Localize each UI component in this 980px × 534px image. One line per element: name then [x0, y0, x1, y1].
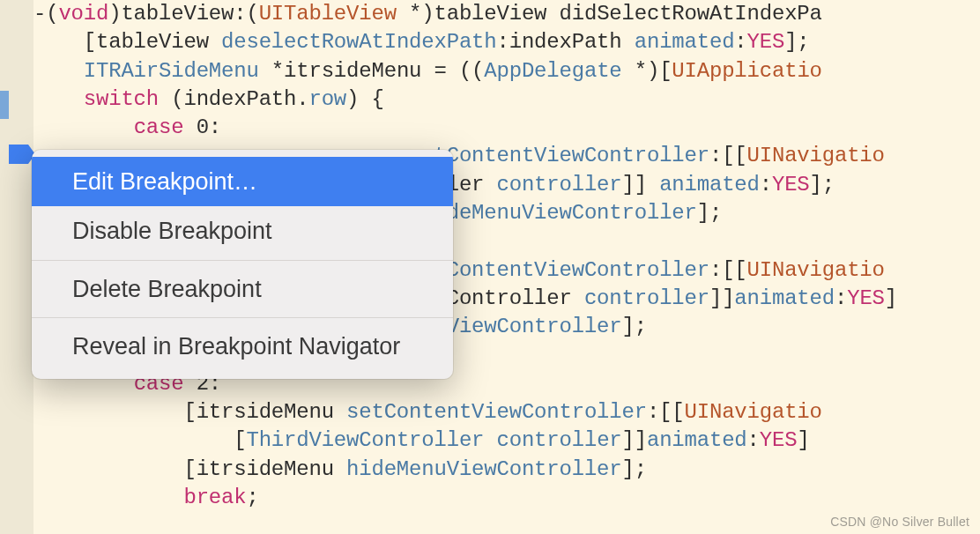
code-text: *)[ [622, 59, 672, 83]
code-text: :[[ [709, 258, 747, 282]
class-name: ITRAirSideMenu [84, 59, 259, 83]
class-name: AppDelegate [484, 59, 621, 83]
breakpoint-context-menu: Edit Breakpoint… Disable Breakpoint Dele… [32, 150, 453, 379]
code-text [33, 87, 84, 111]
code-text: *itrsideMenu = (( [259, 59, 485, 83]
code-text: ]; [810, 173, 835, 197]
keyword-void: void [58, 2, 108, 26]
code-text: ]; [784, 30, 809, 54]
code-text: *)tableView didSelectRowAtIndexPa [397, 2, 822, 26]
code-text: (indexPath. [159, 87, 308, 111]
class-name: UIApplicatio [672, 59, 821, 83]
keyword: case [134, 115, 184, 139]
constant: YES [772, 173, 810, 197]
code-text [33, 486, 183, 509]
gutter [0, 0, 33, 534]
constant: YES [847, 286, 885, 310]
class-name: ThirdViewController [246, 428, 484, 452]
menu-separator [32, 260, 453, 261]
code-text: ) { [346, 87, 384, 111]
code-text: ]] [622, 173, 660, 197]
code-text: ] [885, 286, 897, 310]
selector: setContentViewController [346, 400, 647, 424]
code-text: [itrsideMenu [33, 400, 346, 424]
code-text: Controller [447, 286, 584, 310]
code-text: ]; [697, 201, 722, 225]
code-text: : [747, 428, 760, 452]
selector: hideMenuViewController [346, 457, 621, 481]
menu-item-delete-breakpoint[interactable]: Delete Breakpoint [32, 264, 453, 314]
watermark: CSDN @No Silver Bullet [830, 515, 969, 529]
class-name: UINavigatio [685, 400, 822, 424]
code-text: [tableView [33, 30, 221, 54]
code-text: -( [33, 2, 58, 26]
code-text: ]] [622, 428, 647, 452]
code-text: :[[ [647, 400, 685, 424]
selector: animated [659, 173, 760, 197]
code-text: : [835, 286, 847, 310]
line-highlight [0, 91, 9, 119]
selector: tContentViewController [434, 144, 709, 167]
selector: controller [497, 173, 622, 197]
menu-item-edit-breakpoint[interactable]: Edit Breakpoint… [32, 157, 453, 206]
code-text: [itrsideMenu [33, 457, 346, 481]
class-name: UINavigatio [747, 258, 885, 282]
code-text: ler [447, 173, 497, 197]
code-text: ]] [709, 286, 734, 310]
code-text: ]; [622, 457, 647, 481]
keyword: switch [84, 87, 159, 111]
selector: animated [635, 30, 735, 54]
code-text [33, 115, 134, 139]
menu-separator [32, 317, 453, 318]
keyword: break [183, 486, 246, 509]
selector: deMenuViewController [447, 201, 697, 225]
class-name: UITableView [259, 2, 397, 26]
constant: YES [747, 30, 785, 54]
code-text: ] [797, 428, 809, 452]
code-text: ]; [622, 315, 647, 338]
code-text [33, 59, 84, 83]
code-text: : [760, 173, 772, 197]
class-name: UINavigatio [747, 144, 885, 167]
code-text: : [734, 30, 746, 54]
constant: YES [760, 428, 798, 452]
code-text: ; [246, 486, 258, 509]
code-text [484, 428, 496, 452]
code-text: :indexPath [497, 30, 635, 54]
selector: controller [497, 428, 622, 452]
code-text: [ [33, 428, 246, 452]
selector: animated [734, 286, 835, 310]
selector: controller [584, 286, 709, 310]
selector: animated [647, 428, 747, 452]
code-text: :[[ [709, 144, 747, 167]
menu-item-disable-breakpoint[interactable]: Disable Breakpoint [32, 206, 453, 256]
selector: deselectRowAtIndexPath [221, 30, 496, 54]
property: row [308, 87, 346, 111]
code-text: 0: [183, 115, 221, 139]
code-text: )tableView:( [108, 2, 258, 26]
selector: tContentViewController [434, 258, 709, 282]
menu-item-reveal-breakpoint[interactable]: Reveal in Breakpoint Navigator [32, 322, 453, 371]
